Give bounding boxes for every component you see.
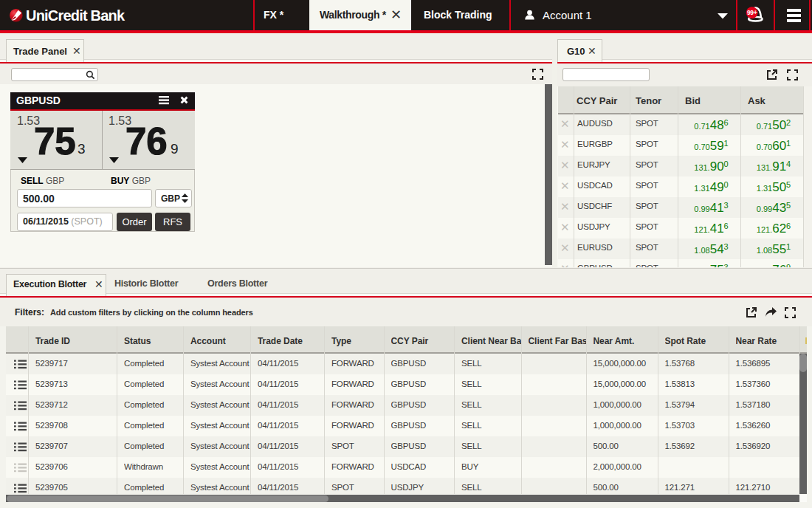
- svg-text:99+: 99+: [747, 9, 757, 16]
